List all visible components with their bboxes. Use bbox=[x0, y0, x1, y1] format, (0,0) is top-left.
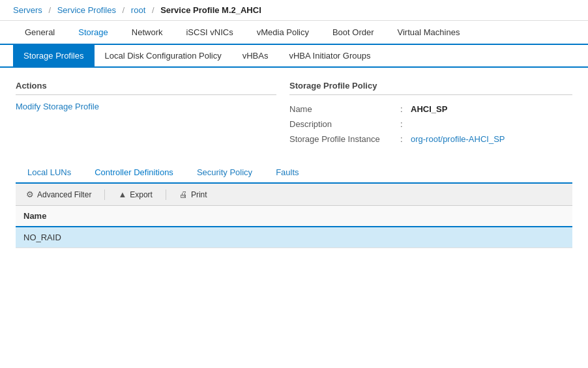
filter-icon: ⚙ bbox=[26, 190, 34, 199]
export-icon: ▲ bbox=[118, 190, 126, 199]
tab-boot-order[interactable]: Boot Order bbox=[321, 21, 386, 45]
storage-profile-policy-title: Storage Profile Policy bbox=[289, 81, 572, 95]
modify-storage-profile-link[interactable]: Modify Storage Profile bbox=[16, 102, 99, 111]
tab-network[interactable]: Network bbox=[120, 21, 175, 45]
second-tab-row: Storage Profiles Local Disk Configuratio… bbox=[0, 45, 588, 68]
storage-profile-policy-table: Name : AHCI_SP Description : Storage Pro… bbox=[289, 102, 572, 147]
row-name-cell: NO_RAID bbox=[16, 227, 572, 248]
export-label: Export bbox=[130, 190, 153, 199]
tab-general[interactable]: General bbox=[13, 21, 66, 45]
export-button[interactable]: ▲ Export bbox=[115, 188, 155, 201]
tab-local-luns[interactable]: Local LUNs bbox=[16, 162, 83, 184]
table-row[interactable]: NO_RAID bbox=[16, 227, 572, 248]
storage-profile-instance-link[interactable]: org-root/profile-AHCI_SP bbox=[411, 134, 505, 144]
breadcrumb-sep-1: / bbox=[48, 5, 51, 15]
breadcrumb-root[interactable]: root bbox=[131, 5, 145, 15]
field-name: Name : AHCI_SP bbox=[289, 102, 572, 117]
tab-local-disk-config[interactable]: Local Disk Configuration Policy bbox=[95, 45, 232, 68]
tab-controller-definitions[interactable]: Controller Definitions bbox=[83, 162, 185, 184]
tab-security-policy[interactable]: Security Policy bbox=[185, 162, 264, 184]
col-name-header: Name bbox=[16, 206, 572, 227]
breadcrumb-sep-3: / bbox=[152, 5, 154, 15]
tab-vmedia-policy[interactable]: vMedia Policy bbox=[245, 21, 321, 45]
tab-faults[interactable]: Faults bbox=[264, 162, 310, 184]
tab-vhbas[interactable]: vHBAs bbox=[232, 45, 279, 68]
toolbar-divider-2 bbox=[166, 190, 166, 200]
actions-panel: Actions Modify Storage Profile bbox=[16, 81, 289, 147]
breadcrumb-current: Service Profile M.2_AHCI bbox=[160, 5, 261, 15]
storage-profile-policy-panel: Storage Profile Policy Name : AHCI_SP De… bbox=[289, 81, 572, 147]
tab-vhba-initiator-groups[interactable]: vHBA Initiator Groups bbox=[278, 45, 381, 68]
inner-tab-row: Local LUNs Controller Definitions Securi… bbox=[16, 162, 572, 184]
tab-storage-profiles[interactable]: Storage Profiles bbox=[13, 45, 95, 68]
toolbar: ⚙ Advanced Filter ▲ Export 🖨 Print bbox=[16, 184, 572, 206]
tab-storage[interactable]: Storage bbox=[66, 21, 120, 45]
print-icon: 🖨 bbox=[179, 190, 188, 199]
table-header-row: Name bbox=[16, 206, 572, 227]
main-content: Actions Modify Storage Profile Storage P… bbox=[0, 68, 588, 261]
advanced-filter-label: Advanced Filter bbox=[37, 190, 91, 199]
tab-virtual-machines[interactable]: Virtual Machines bbox=[386, 21, 472, 45]
toolbar-divider-1 bbox=[104, 190, 105, 200]
advanced-filter-button[interactable]: ⚙ Advanced Filter bbox=[23, 188, 94, 201]
breadcrumb-service-profiles[interactable]: Service Profiles bbox=[57, 5, 116, 15]
info-section: Actions Modify Storage Profile Storage P… bbox=[16, 81, 572, 147]
field-description: Description : bbox=[289, 117, 572, 132]
top-tab-row: General Storage Network iSCSI vNICs vMed… bbox=[0, 21, 588, 45]
breadcrumb-sep-2: / bbox=[123, 5, 125, 15]
print-button[interactable]: 🖨 Print bbox=[177, 188, 210, 201]
field-storage-profile-instance: Storage Profile Instance : org-root/prof… bbox=[289, 132, 572, 147]
print-label: Print bbox=[191, 190, 207, 199]
controller-definitions-table: Name NO_RAID bbox=[16, 206, 572, 248]
actions-title: Actions bbox=[16, 81, 276, 95]
breadcrumb: Servers / Service Profiles / root / Serv… bbox=[0, 0, 588, 21]
tab-iscsi-vnics[interactable]: iSCSI vNICs bbox=[174, 21, 244, 45]
breadcrumb-servers[interactable]: Servers bbox=[13, 5, 42, 15]
